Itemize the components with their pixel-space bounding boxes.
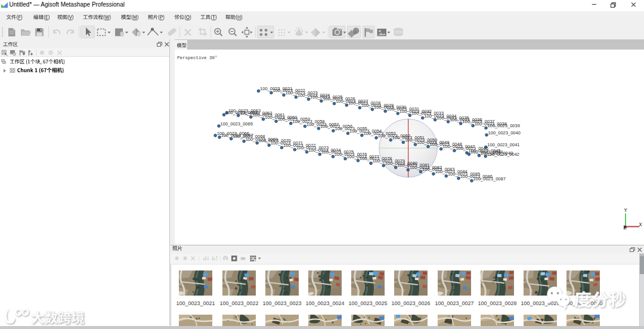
svg-text:100_0023_0064: 100_0023_0064 bbox=[225, 110, 258, 115]
svg-text:100_0023_0087: 100_0023_0087 bbox=[473, 176, 506, 182]
svg-text:100_0023_0041: 100_0023_0041 bbox=[487, 142, 519, 147]
svg-text:100_0023_0039: 100_0023_0039 bbox=[488, 123, 520, 128]
svg-text:Z: Z bbox=[624, 225, 627, 231]
svg-text:100_0023_0040: 100_0023_0040 bbox=[488, 130, 521, 136]
svg-text:Y: Y bbox=[624, 208, 627, 214]
svg-text:100_0023_0065: 100_0023_0065 bbox=[221, 121, 253, 127]
svg-text:X: X bbox=[639, 222, 642, 228]
